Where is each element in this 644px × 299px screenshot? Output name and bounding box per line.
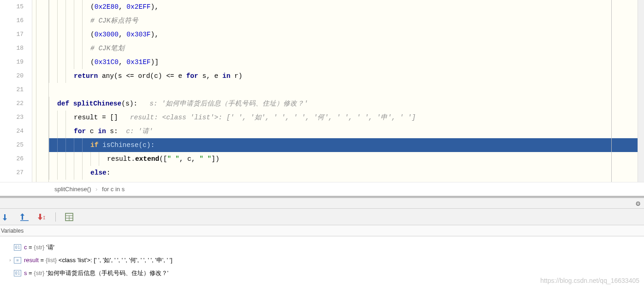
toolbar-separator (55, 212, 56, 222)
code-line[interactable]: (0x2E80, 0x2EFF), (49, 0, 644, 14)
line-number: 21 (0, 83, 24, 97)
line-number: 25 (0, 138, 24, 152)
var-type: {str} (34, 241, 44, 254)
code-line[interactable]: if isChinese(c): (49, 138, 644, 152)
code-line[interactable]: # CJK标点符号 (49, 14, 644, 28)
line-number: 16 (0, 14, 24, 28)
var-type: {list} (46, 254, 57, 267)
code-line[interactable]: def splitChinese(s): s: '如何申请货后信息（手机号码、住… (49, 97, 644, 111)
variables-panel[interactable]: 01c = {str} '请'›≡result = {list} <class … (0, 236, 644, 280)
watermark: https://blog.csdn.net/qq_16633405 (540, 277, 639, 284)
var-type: {str} (34, 267, 44, 280)
code-line[interactable]: result.extend([" ", c, " "]) (49, 152, 644, 166)
scrollbar-vertical[interactable] (638, 0, 644, 182)
variable-row[interactable]: 01c = {str} '请' (0, 241, 644, 254)
var-type-icon: 01 (14, 244, 21, 251)
var-equals: = (39, 254, 46, 267)
debug-toolbar: I (0, 209, 644, 225)
chevron-right-icon: › (93, 186, 100, 193)
var-value: '如何申请货后信息（手机号码、住址）修改？' (44, 267, 168, 280)
line-number-gutter: 15161718192021222324252627 (0, 0, 32, 182)
code-line[interactable]: else: (49, 166, 644, 180)
code-editor[interactable]: 15161718192021222324252627 (0x2E80, 0x2E… (0, 0, 644, 182)
variables-tab[interactable]: Variables (0, 225, 644, 236)
svg-text:I: I (43, 216, 45, 220)
code-line[interactable]: for c in s: c: '请' (49, 124, 644, 138)
line-number: 20 (0, 69, 24, 83)
line-number: 27 (0, 166, 24, 180)
line-number: 23 (0, 111, 24, 124)
var-type-icon: ≡ (14, 257, 21, 264)
step-up-icon[interactable] (20, 213, 29, 221)
code-line[interactable] (49, 83, 644, 97)
code-line[interactable]: result = [] result: <class 'list'>: [' '… (49, 111, 644, 124)
var-equals: = (27, 267, 34, 280)
line-number: 18 (0, 41, 24, 55)
panel-toolstrip: ⚙ (0, 198, 644, 209)
line-number: 22 (0, 97, 24, 111)
var-name: result (24, 254, 39, 267)
line-number: 26 (0, 152, 24, 166)
fold-gutter (32, 0, 49, 182)
gear-icon[interactable]: ⚙ (636, 199, 640, 208)
breadcrumb-item[interactable]: for c in s (102, 186, 125, 193)
line-number: 15 (0, 0, 24, 14)
expand-icon[interactable]: › (6, 254, 14, 267)
code-line[interactable]: (0x31C0, 0x31EF)] (49, 55, 644, 69)
code-line[interactable]: (0x3000, 0x303F), (49, 28, 644, 41)
tab-label: Variables (1, 228, 24, 234)
code-line[interactable]: # CJK笔划 (49, 41, 644, 55)
step-into-icon[interactable]: I (38, 213, 46, 221)
code-content[interactable]: (0x2E80, 0x2EFF),# CJK标点符号(0x3000, 0x303… (49, 0, 644, 182)
var-equals: = (27, 241, 34, 254)
line-number: 24 (0, 124, 24, 138)
var-value: '请' (44, 241, 54, 254)
var-value: <class 'list'>: [' ', '如', ' ', ' ', '何'… (57, 254, 172, 267)
calculator-icon[interactable] (65, 213, 73, 221)
variable-row[interactable]: ›≡result = {list} <class 'list'>: [' ', … (0, 254, 644, 267)
line-number: 19 (0, 55, 24, 69)
editor-divider (611, 0, 612, 182)
code-line[interactable]: return any(s <= ord(c) <= e for s, e in … (49, 69, 644, 83)
breadcrumb[interactable]: splitChinese() › for c in s (0, 182, 644, 196)
step-down-icon[interactable] (3, 213, 11, 221)
breadcrumb-item[interactable]: splitChinese() (54, 186, 91, 193)
svg-rect-0 (20, 220, 29, 221)
line-number: 17 (0, 28, 24, 41)
var-type-icon: 01 (14, 270, 21, 276)
